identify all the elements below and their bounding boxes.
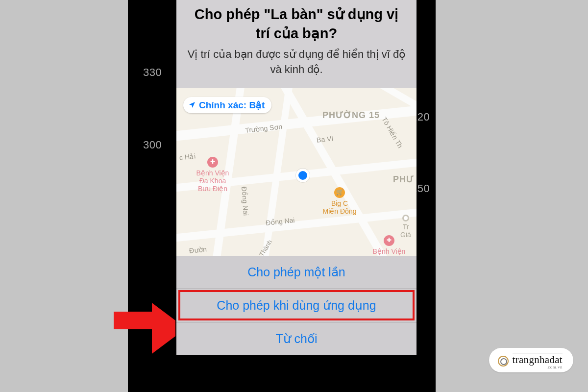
poi-hospital: ✚ Bệnh Viện Đa Khoa Bưu Điện [183,157,242,193]
annotation-arrow [114,303,176,337]
district-label: PHƯỜNG 15 [322,110,380,121]
dialog-actions: Cho phép một lần Cho phép khi dùng ứng d… [176,256,416,355]
dialog-title: Cho phép "La bàn" sử dụng vị trí của bạn… [186,5,407,43]
street-label: Tô Hiến Th [380,116,404,149]
district-label: PHƯ [393,174,414,185]
ruler-mark: 330 [143,66,162,79]
location-map-preview[interactable]: c Hải Trường Sơn Ba Vì Tô Hiến Th Đồng N… [176,88,416,256]
watermark-tld: .com.vn [547,365,563,369]
current-location-dot [296,169,310,182]
street-label: Thành [258,239,273,256]
watermark-logo-icon [498,356,509,367]
location-permission-dialog: Cho phép "La bàn" sử dụng vị trí của bạn… [176,0,416,355]
watermark: trangnhadat .com.vn [489,348,573,372]
hospital-icon: ✚ [207,157,218,168]
poi-shop: 🛒 Big C Miền Đông [313,187,367,215]
poi-generic: Tr Giá [391,215,416,239]
poi-dot-icon [402,215,409,221]
street-label: Đườn [189,245,207,255]
cart-icon: 🛒 [334,187,345,198]
watermark-brand: trangnhadat [513,353,563,365]
allow-once-button[interactable]: Cho phép một lần [176,256,416,288]
ruler-mark: 300 [143,139,162,151]
street-label: Ba Vì [316,134,334,144]
dialog-subtitle: Vị trí của bạn được sử dụng để hiển thị … [186,47,407,77]
deny-button[interactable]: Từ chối [176,322,416,355]
location-arrow-icon [188,101,196,109]
allow-while-using-button[interactable]: Cho phép khi dùng ứng dụng [176,288,416,322]
precise-location-toggle[interactable]: Chính xác: Bật [183,97,271,113]
